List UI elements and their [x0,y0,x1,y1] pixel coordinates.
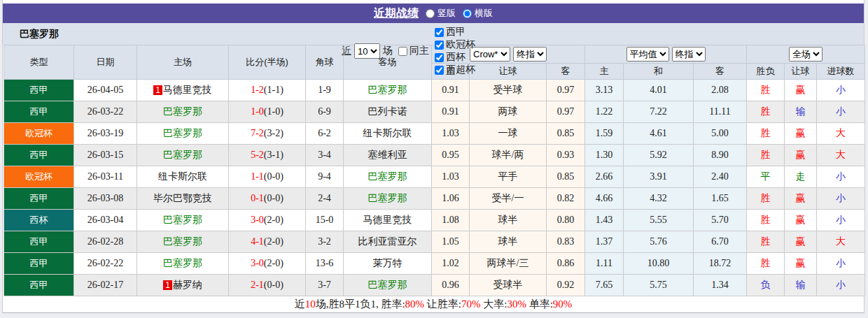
page-bottom-gap [0,313,868,318]
avg-draw-cell: 5.76 [624,231,694,253]
handicap-stage-select[interactable]: 终指 [513,47,547,62]
handicap-home-odds-cell: 1.02 [432,253,470,275]
handicap-away-odds-cell: 0.85 [547,123,585,145]
avg-away-cell: 1.65 [694,188,747,210]
layout-vertical-option[interactable]: 竖版 [426,7,456,20]
handicap-cell: 受球半 [470,275,547,296]
home-team-cell: 巴塞罗那 [137,145,229,166]
col-header-corner: 角球 [306,45,344,80]
league-checkbox[interactable] [435,53,444,62]
avg-home-cell: 2.66 [585,166,624,188]
handicap-cell: 两球半/三 [470,253,547,275]
col-header-handicap: 让球 [470,64,547,80]
average-select[interactable]: 平均值 [626,47,669,62]
handicap-home-odds-cell: 1.05 [432,231,470,253]
league-label: 西甲 [446,26,465,38]
col-header-type: 类型 [4,45,74,80]
league-cell: 西甲 [4,253,74,275]
handicap-home-odds-cell: 1.06 [432,188,470,210]
away-team-cell: 马德里竞技 [344,210,432,231]
handicap-home-odds-cell: 0.95 [432,145,470,166]
handicap-away-odds-cell: 0.86 [547,253,585,275]
avg-away-cell: 1.34 [694,275,747,296]
handicap-home-odds-cell: 0.96 [432,275,470,296]
avg-draw-cell: 4.32 [624,188,694,210]
corner-cell: 2-4 [306,188,344,210]
handicap-cell: 平手 [470,166,547,188]
corner-cell: 3-2 [306,231,344,253]
col-header-score: 比分(半场) [229,45,306,80]
avg-away-cell: 5.70 [694,210,747,231]
wdl-result-cell: 胜 [747,188,785,210]
games-count-select[interactable]: 10 [354,43,380,59]
date-cell: 26-02-28 [74,231,137,253]
league-cell: 西甲 [4,80,74,101]
away-team-cell: 巴塞罗那 [344,166,432,188]
corner-cell: 6-9 [306,101,344,123]
score-cell: 4-1(2-0) [229,231,306,253]
rank-badge: 1 [153,85,162,95]
filter-bar: 巴塞罗那 近 10 场 同主 西甲欧冠杯西杯西超杯 [3,23,864,45]
handicap-cell: 球半 [470,231,547,253]
corner-cell: 13-6 [306,253,344,275]
title-bar: 近期战绩 竖版 横版 [3,3,864,23]
avg-home-cell: 1.30 [585,145,624,166]
league-filter-option[interactable]: 西超杯 [432,64,475,76]
home-team-cell: 1马德里竞技 [137,80,229,101]
score-cell: 2-1(0-0) [229,275,306,296]
league-filter-option[interactable]: 西杯 [432,51,475,64]
goals-result-cell: 小 [817,275,865,296]
date-cell: 26-04-05 [74,80,137,101]
away-team-cell: 巴塞罗那 [344,80,432,101]
score-cell: 1-2(1-1) [229,80,306,101]
handicap-home-odds-cell: 0.91 [432,80,470,101]
score-cell: 3-0(2-0) [229,253,306,275]
league-cell: 欧冠杯 [4,123,74,145]
same-home-checkbox[interactable] [398,47,407,56]
away-team-cell: 巴列卡诺 [344,101,432,123]
avg-draw-cell: 5.55 [624,210,694,231]
avg-home-cell: 1.22 [585,101,624,123]
wdl-result-cell: 胜 [747,210,785,231]
league-filter-option[interactable]: 西甲 [432,26,475,38]
league-cell: 西甲 [4,275,74,296]
league-filter-option[interactable]: 欧冠杯 [432,38,475,51]
league-checkbox[interactable] [435,66,444,75]
handicap-cell: 受半/一 [470,188,547,210]
avg-home-cell: 7.65 [585,275,624,296]
average-stage-select[interactable]: 终指 [672,47,706,62]
recent-link[interactable]: 近 [342,45,351,57]
goals-result-cell: 小 [817,210,865,231]
vertical-layout-radio[interactable] [426,9,435,18]
scope-select[interactable]: 全场 [789,47,822,62]
handicap-away-odds-cell: 0.80 [547,210,585,231]
date-cell: 26-03-19 [74,123,137,145]
league-label: 西杯 [446,51,465,64]
results-tbody: 西甲26-04-051马德里竞技1-2(1-1)1-9巴塞罗那0.91受半球0.… [4,80,865,296]
col-header-wdl: 胜负 [747,64,785,80]
page-title[interactable]: 近期战绩 [374,6,419,21]
league-checkbox[interactable] [435,28,444,37]
avg-draw-cell: 7.22 [624,101,694,123]
score-cell: 0-1(0-0) [229,188,306,210]
away-team-cell: 纽卡斯尔联 [344,123,432,145]
date-cell: 26-03-04 [74,210,137,231]
corner-cell: 3-7 [306,275,344,296]
horizontal-layout-radio[interactable] [463,9,472,18]
home-team-cell: 毕尔巴鄂竞技 [137,188,229,210]
corner-cell: 9-4 [306,166,344,188]
handicap-cell: 一球 [470,123,547,145]
league-filter-group: 西甲欧冠杯西杯西超杯 [432,26,475,76]
date-cell: 26-03-08 [74,188,137,210]
league-checkbox[interactable] [435,41,444,50]
date-cell: 26-03-15 [74,145,137,166]
layout-horizontal-option[interactable]: 横版 [463,7,493,20]
filter-controls: 近 10 场 同主 西甲欧冠杯西杯西超杯 [342,26,475,76]
away-team-cell: 巴塞罗那 [344,188,432,210]
bookmaker-select[interactable]: Crow* [470,47,510,62]
same-home-option[interactable]: 同主 [396,45,429,57]
recent-results-panel: 近期战绩 竖版 横版 巴塞罗那 近 10 场 同主 西甲欧冠杯西杯西超杯 [2,0,864,313]
corner-cell: 3-4 [306,145,344,166]
home-team-cell: 巴塞罗那 [137,101,229,123]
avg-draw-cell: 5.75 [624,275,694,296]
